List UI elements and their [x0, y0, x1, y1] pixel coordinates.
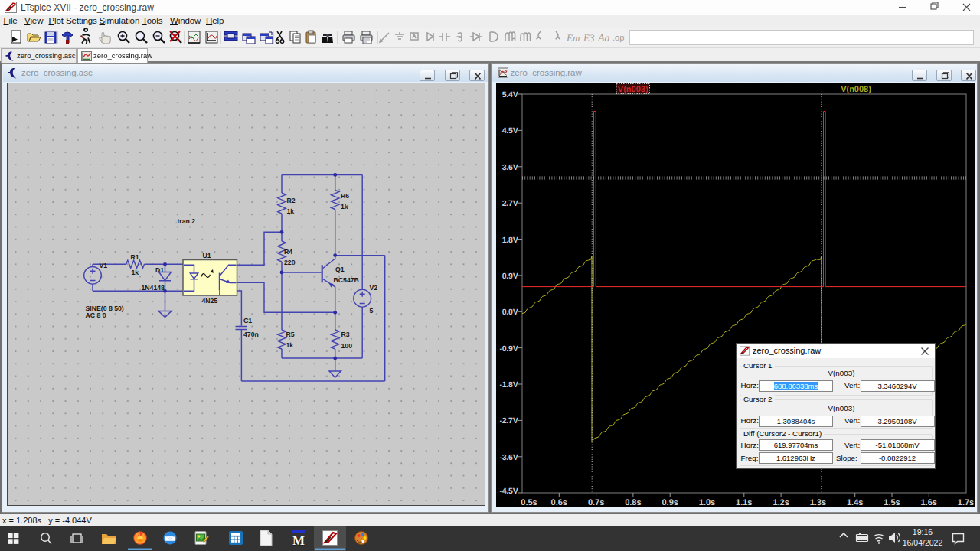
svg-text:4.5V: 4.5V — [501, 126, 518, 135]
svg-text:D1: D1 — [155, 266, 164, 274]
svg-text:-0.9V: -0.9V — [499, 344, 518, 354]
svg-text:R4: R4 — [284, 248, 292, 256]
svg-text:Q1: Q1 — [335, 266, 345, 273]
svg-text:-4.5V: -4.5V — [499, 487, 518, 496]
svg-text:2.7V: 2.7V — [501, 199, 518, 208]
svg-text:1.7s: 1.7s — [957, 498, 973, 507]
svg-text:SINE(0 8 50): SINE(0 8 50) — [86, 305, 124, 312]
svg-text:4N25: 4N25 — [202, 297, 218, 305]
svg-text:5: 5 — [370, 307, 374, 315]
svg-text:R6: R6 — [341, 192, 349, 200]
svg-text:E3: E3 — [583, 32, 595, 44]
svg-text:R5: R5 — [286, 331, 295, 338]
svg-text:.tran 2: .tran 2 — [175, 217, 195, 225]
svg-text:0.9s: 0.9s — [662, 498, 678, 507]
svg-text:V2: V2 — [370, 284, 378, 292]
svg-text:220: 220 — [284, 259, 296, 266]
svg-text:100: 100 — [341, 342, 353, 350]
svg-text:1N4148: 1N4148 — [142, 284, 165, 292]
svg-text:R1: R1 — [131, 253, 139, 261]
svg-text:M: M — [292, 533, 305, 548]
svg-text:1k: 1k — [286, 341, 294, 349]
svg-text:0.0V: 0.0V — [501, 308, 518, 317]
svg-text:1.8V: 1.8V — [501, 236, 518, 245]
svg-text:5.4V: 5.4V — [501, 90, 518, 99]
svg-text:R3: R3 — [341, 331, 350, 338]
svg-text:3.6V: 3.6V — [501, 163, 518, 172]
svg-text:V(n008): V(n008) — [841, 85, 871, 94]
svg-text:0.6s: 0.6s — [550, 498, 567, 507]
svg-text:1.1s: 1.1s — [736, 498, 752, 507]
svg-text:0.5s: 0.5s — [521, 498, 537, 507]
svg-text:Em: Em — [566, 32, 580, 44]
svg-text:470n: 470n — [243, 331, 259, 338]
svg-text:0.9V: 0.9V — [501, 272, 518, 281]
svg-text:U1: U1 — [203, 252, 211, 259]
svg-text:C1: C1 — [243, 317, 252, 324]
svg-text:1k: 1k — [287, 207, 295, 215]
svg-text:.op: .op — [612, 34, 624, 43]
svg-text:1.2s: 1.2s — [773, 498, 789, 507]
svg-text:1.0s: 1.0s — [698, 498, 714, 507]
svg-text:-1.8V: -1.8V — [499, 380, 518, 390]
svg-text:0.8s: 0.8s — [625, 498, 641, 507]
svg-text:1k: 1k — [132, 269, 139, 276]
svg-text:V1: V1 — [100, 262, 108, 269]
svg-text:1.5s: 1.5s — [884, 498, 900, 507]
svg-text:1.3s: 1.3s — [809, 498, 825, 507]
svg-text:1.6s: 1.6s — [920, 498, 936, 507]
svg-text:V(n003): V(n003) — [617, 85, 648, 94]
svg-text:0.7s: 0.7s — [587, 498, 603, 507]
svg-text:-2.7V: -2.7V — [499, 416, 518, 425]
svg-text:-3.6V: -3.6V — [499, 453, 518, 462]
svg-text:BC547B: BC547B — [334, 276, 359, 284]
svg-text:1.4s: 1.4s — [846, 498, 862, 507]
svg-text:Aa: Aa — [597, 33, 610, 44]
svg-text:AC 8 0: AC 8 0 — [86, 311, 106, 319]
svg-text:R2: R2 — [287, 197, 296, 204]
svg-text:1k: 1k — [341, 203, 348, 210]
